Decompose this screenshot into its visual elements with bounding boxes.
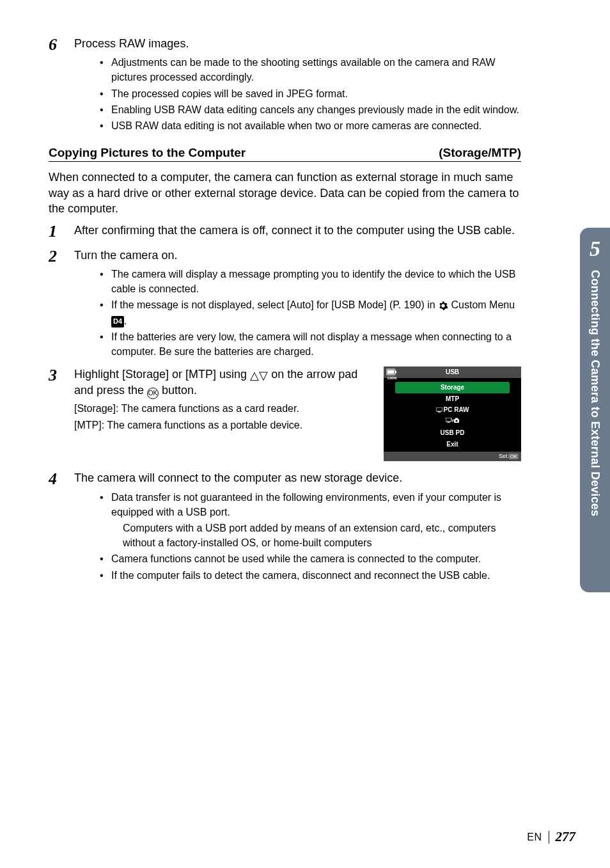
step-number: 2 <box>49 248 74 266</box>
step-2: 2 Turn the camera on. •The camera will d… <box>49 248 521 361</box>
svg-rect-2 <box>387 370 395 374</box>
bullet-item: •If the computer fails to detect the cam… <box>100 568 521 583</box>
bullet-text: Enabling USB RAW data editing cancels an… <box>111 102 521 117</box>
page-number: 277 <box>556 829 576 845</box>
intro-paragraph: When connected to a computer, the camera… <box>49 170 521 216</box>
lcd-title-bar: 100% USB <box>384 367 521 378</box>
lcd-menu-item-exit[interactable]: Exit <box>395 439 510 450</box>
step-description: [MTP]: The camera functions as a portabl… <box>74 418 364 432</box>
bullet-text: Camera functions cannot be used while th… <box>111 551 521 566</box>
ok-button-icon: OK <box>147 388 159 399</box>
chapter-title: Connecting the Camera to External Device… <box>588 270 602 516</box>
lcd-menu-list: Storage MTP PC RAW r USB PD Exit <box>384 378 521 450</box>
lcd-bottom-bar: SetOK <box>384 452 521 461</box>
svg-rect-5 <box>446 418 451 422</box>
d4-badge-icon: D4 <box>111 316 124 327</box>
lcd-menu-item-storage[interactable]: Storage <box>395 382 510 393</box>
step-4: 4 The camera will connect to the compute… <box>49 470 521 583</box>
bullet-text: If the message is not displayed, select … <box>111 297 521 328</box>
step-number: 1 <box>49 223 74 241</box>
bullet-text: The camera will display a message prompt… <box>111 267 521 296</box>
bullet-list: •Adjustments can be made to the shooting… <box>74 55 521 133</box>
svg-rect-4 <box>438 412 441 413</box>
section-heading: Copying Pictures to the Computer (Storag… <box>49 146 521 162</box>
monitor-camera-icon: r <box>446 418 460 425</box>
sub-bullet-text: Computers with a USB port added by means… <box>100 521 521 550</box>
ok-badge-icon: OK <box>508 454 519 459</box>
heading-left: Copying Pictures to the Computer <box>49 146 246 160</box>
bullet-item: • If the message is not displayed, selec… <box>100 297 521 328</box>
language-code: EN <box>527 832 542 843</box>
step-number: 4 <box>49 470 74 489</box>
step-1: 1 After confirming that the camera is of… <box>49 223 521 241</box>
step-6: 6 Process RAW images. •Adjustments can b… <box>49 36 521 134</box>
monitor-icon <box>436 406 442 415</box>
bullet-list: •Data transfer is not guaranteed in the … <box>74 490 521 583</box>
bullet-text: Adjustments can be made to the shooting … <box>111 55 521 84</box>
bullet-text: Data transfer is not guaranteed in the f… <box>111 490 521 519</box>
step-title: The camera will connect to the computer … <box>74 470 521 485</box>
bullet-item: •Camera functions cannot be used while t… <box>100 551 521 566</box>
step-3: 3 Highlight [Storage] or [MTP] using △▽ … <box>49 367 521 461</box>
lcd-menu-item-usbpd[interactable]: USB PD <box>395 427 510 439</box>
triangle-down-icon: ▽ <box>259 370 268 381</box>
bullet-text: USB RAW data editing is not available wh… <box>111 118 521 133</box>
svg-rect-1 <box>395 371 396 374</box>
step-number: 3 <box>49 367 74 385</box>
bullet-item: •The camera will display a message promp… <box>100 267 521 296</box>
bullet-item: •Data transfer is not guaranteed in the … <box>100 490 521 519</box>
svg-text:r: r <box>452 418 454 423</box>
gear-icon <box>438 299 448 313</box>
step-title: Turn the camera on. <box>74 248 521 263</box>
heading-right: (Storage/MTP) <box>439 146 521 160</box>
step-title: After confirming that the camera is off,… <box>74 223 521 238</box>
step-body: Highlight [Storage] or [MTP] using △▽ on… <box>74 367 521 461</box>
lcd-menu-item-tether[interactable]: r <box>395 416 510 428</box>
step-title: Process RAW images. <box>74 36 521 51</box>
step-title: Highlight [Storage] or [MTP] using △▽ on… <box>74 367 364 398</box>
bullet-list: •The camera will display a message promp… <box>74 267 521 359</box>
lcd-title: USB <box>446 368 459 375</box>
svg-rect-9 <box>455 418 458 419</box>
step-body: The camera will connect to the computer … <box>74 470 521 583</box>
svg-point-10 <box>455 420 457 422</box>
step-body: After confirming that the camera is off,… <box>74 223 521 238</box>
chapter-side-tab: 5 Connecting the Camera to External Devi… <box>580 228 610 592</box>
chapter-number: 5 <box>580 237 610 261</box>
bullet-text: The processed copies will be saved in JP… <box>111 86 521 101</box>
page-footer: EN 277 <box>527 829 575 845</box>
triangle-up-icon: △ <box>250 370 259 381</box>
bullet-text: If the batteries are very low, the camer… <box>111 329 521 359</box>
camera-lcd-screenshot: 100% USB Storage MTP PC RAW r USB PD Exi… <box>384 367 521 461</box>
lcd-menu-item-mtp[interactable]: MTP <box>395 393 510 405</box>
bullet-item: •The processed copies will be saved in J… <box>100 86 521 101</box>
battery-icon: 100% <box>386 368 398 380</box>
bullet-item: •Enabling USB RAW data editing cancels a… <box>100 102 521 117</box>
svg-rect-6 <box>447 422 450 422</box>
bullet-item: •USB RAW data editing is not available w… <box>100 118 521 133</box>
bullet-text: If the computer fails to detect the came… <box>111 568 521 583</box>
bullet-item: •Adjustments can be made to the shooting… <box>100 55 521 84</box>
step-body: Turn the camera on. •The camera will dis… <box>74 248 521 361</box>
step-body: Process RAW images. •Adjustments can be … <box>74 36 521 134</box>
svg-rect-3 <box>436 407 442 411</box>
step-number: 6 <box>49 36 74 54</box>
footer-divider <box>549 831 549 844</box>
lcd-menu-item-pcraw[interactable]: PC RAW <box>395 404 510 416</box>
bullet-item: •If the batteries are very low, the came… <box>100 329 521 359</box>
step-description: [Storage]: The camera functions as a car… <box>74 402 364 416</box>
